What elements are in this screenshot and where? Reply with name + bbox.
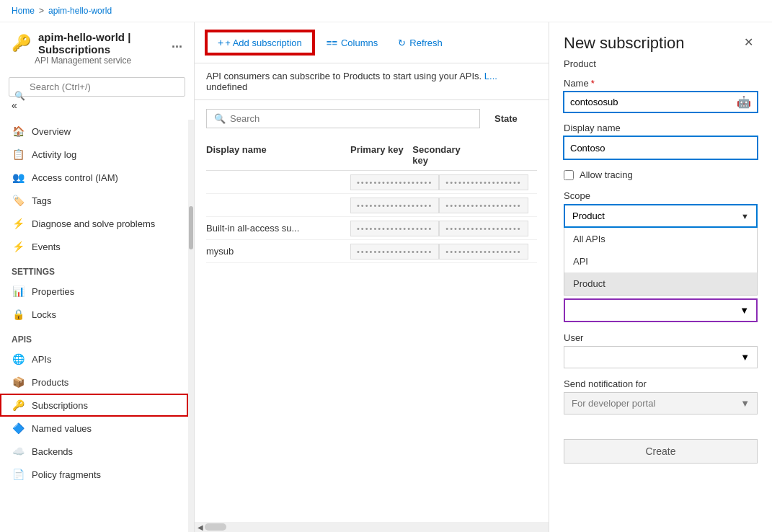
sidebar-item-overview[interactable]: 🏠 Overview [0, 120, 188, 143]
panel-close-button[interactable]: ✕ [740, 34, 758, 50]
allow-tracing-checkbox[interactable] [564, 170, 574, 180]
breadcrumb: Home > apim-hello-world [0, 0, 772, 22]
h-scroll-thumb[interactable] [205, 523, 226, 531]
breadcrumb-home[interactable]: Home [12, 6, 35, 16]
sidebar-item-diagnose[interactable]: ⚡ Diagnose and solve problems [0, 212, 188, 235]
products-icon: 📦 [12, 376, 25, 388]
sidebar-item-products[interactable]: 📦 Products [0, 371, 188, 394]
secondary-key-cell: •••••••••••••••••• [439, 177, 528, 187]
plus-icon: + [218, 37, 223, 48]
apis-icon: 🌐 [12, 353, 25, 365]
table-row[interactable]: Built-in all-access su... ••••••••••••••… [206, 217, 537, 240]
sidebar-search-input[interactable] [9, 77, 185, 97]
user-field-group: User ▼ [564, 332, 758, 368]
settings-section-header: Settings [0, 258, 188, 280]
add-subscription-button[interactable]: + + Add subscription [206, 31, 314, 54]
user-dropdown[interactable]: ▼ [564, 346, 758, 368]
locks-icon: 🔒 [12, 309, 25, 320]
sidebar-item-label-policy-fragments: Policy fragments [32, 469, 101, 480]
scope-chevron-icon: ▼ [741, 212, 749, 221]
table-row[interactable]: mysub •••••••••••••••••• •••••••••••••••… [206, 240, 537, 263]
scope-selected-value: Product [572, 210, 605, 221]
main-description: API consumers can subscribe to Products … [195, 63, 549, 100]
content-area: 🔍 State Display name Primary key Seconda… [195, 100, 549, 522]
scope-label: Scope [564, 190, 758, 201]
refresh-label: Refresh [409, 37, 443, 48]
content-search-box[interactable]: 🔍 [206, 109, 480, 128]
sidebar-item-properties[interactable]: 📊 Properties [0, 280, 188, 303]
user-label: User [564, 332, 758, 343]
primary-key-cell: •••••••••••••••••• [350, 223, 439, 234]
table-row[interactable]: •••••••••••••••••• •••••••••••••••••• [206, 194, 537, 217]
breadcrumb-separator: > [39, 6, 44, 16]
sidebar-item-named-values[interactable]: 🔷 Named values [0, 417, 188, 440]
sidebar-item-label-events: Events [32, 241, 61, 252]
col-display-name: Display name [206, 144, 350, 166]
scope-field-group: Scope Product ▼ All APIs API Product [564, 190, 758, 322]
scope-select[interactable]: Product ▼ [564, 204, 758, 228]
sidebar-item-apis[interactable]: 🌐 APIs [0, 347, 188, 371]
sidebar-item-events[interactable]: ⚡ Events [0, 235, 188, 258]
product-sub-select[interactable]: ▼ [564, 298, 758, 322]
create-button[interactable]: Create [564, 439, 758, 464]
notification-chevron-icon: ▼ [740, 398, 750, 409]
sidebar-item-subscriptions[interactable]: 🔑 Subscriptions [0, 394, 188, 417]
h-scroll-left-arrow[interactable]: ◀ [196, 523, 205, 531]
properties-icon: 📊 [12, 285, 25, 297]
notification-field-group: Send notification for For developer port… [564, 378, 758, 414]
col-primary-key: Primary key [350, 144, 412, 166]
product-chevron-icon: ▼ [740, 305, 749, 316]
search-input[interactable] [230, 113, 472, 124]
display-name-input-wrapper [564, 136, 758, 159]
subscriptions-table: Display name Primary key Secondary key •… [206, 140, 537, 263]
scope-option-api[interactable]: API [564, 250, 757, 272]
notification-selected-value: For developer portal [572, 398, 655, 409]
breadcrumb-current[interactable]: apim-hello-world [48, 6, 112, 16]
sidebar-item-policy-fragments[interactable]: 📄 Policy fragments [0, 463, 188, 486]
scope-option-all-apis[interactable]: All APIs [564, 228, 757, 250]
main-toolbar: + + Add subscription ≡≡ Columns ↻ Refres… [195, 22, 549, 63]
refresh-icon: ↻ [398, 37, 406, 48]
columns-label: Columns [341, 37, 378, 48]
sidebar-item-label-activity-log: Activity log [32, 149, 76, 160]
name-required-asterisk: * [591, 78, 595, 89]
sidebar-item-backends[interactable]: ☁️ Backends [0, 440, 188, 463]
search-icon-small: 🔍 [14, 91, 25, 101]
sidebar-item-activity-log[interactable]: 📋 Activity log [0, 143, 188, 166]
sidebar-item-access-control[interactable]: 👥 Access control (IAM) [0, 166, 188, 189]
refresh-button[interactable]: ↻ Refresh [391, 33, 450, 53]
name-input[interactable] [564, 92, 731, 112]
sidebar-title-dots[interactable]: ... [172, 36, 182, 51]
named-values-icon: 🔷 [12, 422, 25, 434]
sidebar-subtitle: API Management service [35, 56, 182, 66]
add-subscription-label: + Add subscription [225, 37, 302, 48]
user-chevron-icon: ▼ [740, 352, 750, 363]
display-name-label: Display name [564, 123, 758, 133]
panel-subtitle: Product [549, 58, 772, 78]
ai-icon: 🤖 [737, 95, 751, 109]
diagnose-icon: ⚡ [12, 218, 25, 229]
scope-option-product[interactable]: Product [564, 272, 757, 295]
display-name-cell: Built-in all-access su... [206, 223, 350, 234]
access-control-icon: 👥 [12, 172, 25, 183]
sidebar-item-tags[interactable]: 🏷️ Tags [0, 189, 188, 212]
backends-icon: ☁️ [12, 445, 25, 457]
secondary-key-cell: •••••••••••••••••• [439, 246, 528, 257]
display-name-input[interactable] [570, 143, 751, 154]
sidebar-item-label-apis: APIs [32, 354, 51, 365]
table-row[interactable]: •••••••••••••••••• •••••••••••••••••• [206, 171, 537, 194]
table-header: Display name Primary key Secondary key [206, 140, 537, 171]
apis-section-header: APIs [0, 326, 188, 347]
col-state [475, 144, 537, 166]
sidebar-item-locks[interactable]: 🔒 Locks [0, 303, 188, 326]
notification-dropdown[interactable]: For developer portal ▼ [564, 392, 758, 414]
allow-tracing-row: Allow tracing [564, 169, 758, 180]
columns-icon: ≡≡ [327, 37, 337, 48]
scope-dropdown: Product ▼ All APIs API Product [564, 204, 758, 296]
horizontal-scrollbar[interactable]: ◀ [195, 522, 549, 532]
sidebar-item-label-backends: Backends [32, 446, 73, 457]
description-link[interactable]: L... [484, 71, 497, 81]
primary-key-cell: •••••••••••••••••• [350, 246, 439, 257]
col-secondary-key: Secondary key [412, 144, 474, 166]
columns-button[interactable]: ≡≡ Columns [319, 33, 385, 53]
